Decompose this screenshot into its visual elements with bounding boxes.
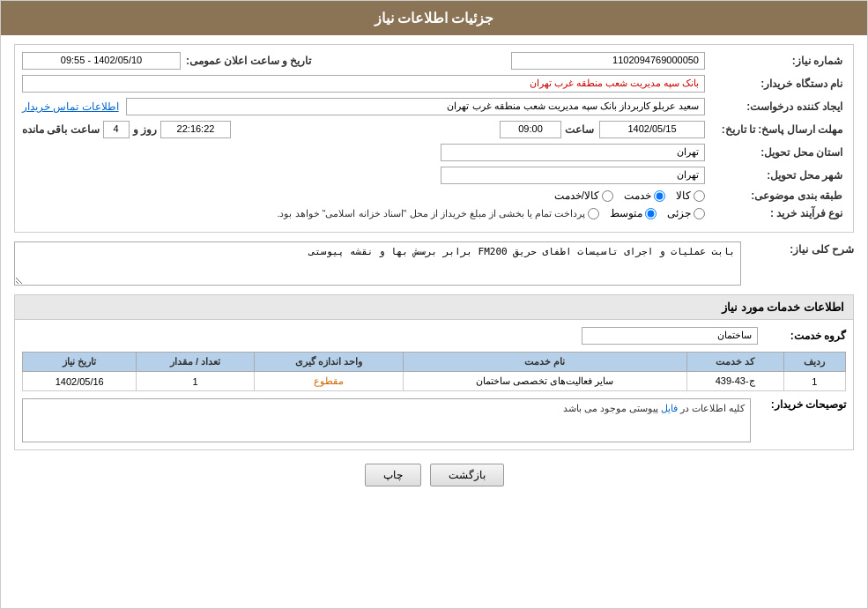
row-shomareNiaz: شماره نیاز: 1102094769000050 تاریخ و ساع… <box>22 52 846 70</box>
group-label: گروه خدمت: <box>758 330 846 342</box>
services-title: اطلاعات خدمات مورد نیاز <box>15 295 853 320</box>
radio-kala-label: کالا <box>676 189 691 202</box>
sharh-row: شرح کلی نیاز: <box>14 241 854 286</box>
th-tarikheNiaz: تاریخ نیاز <box>23 353 137 372</box>
group-value: ساختمان <box>582 327 758 345</box>
info-section: شماره نیاز: 1102094769000050 تاریخ و ساع… <box>14 44 854 233</box>
tarighe-label: طبقه بندی موضوعی: <box>705 189 846 202</box>
print-button[interactable]: چاپ <box>365 464 421 486</box>
namDastgah-label: نام دستگاه خریدار: <box>705 78 846 90</box>
btn-row: بازگشت چاپ <box>14 464 854 486</box>
radio-asnad-input[interactable] <box>588 208 599 219</box>
row-namDastgah: نام دستگاه خریدار: بانک سپه مدیریت شعب م… <box>22 75 846 93</box>
ostan-value: تهران <box>441 144 705 161</box>
services-table: ردیف کد خدمت نام خدمت واحد اندازه گیری ت… <box>22 352 846 391</box>
shahr-value: تهران <box>441 167 705 184</box>
shahr-label: شهر محل تحویل: <box>705 169 846 182</box>
td-tarikheNiaz: 1402/05/16 <box>23 372 137 391</box>
radio-jozii-input[interactable] <box>694 208 705 219</box>
th-vahedAndaze: واحد اندازه گیری <box>254 353 403 372</box>
row-noeFarAyand: نوع فرآیند خرید : جزئی متوسط پرداخت تمام… <box>22 207 846 219</box>
etelaatTamas-link[interactable]: اطلاعات تماس خریدار <box>22 100 119 113</box>
sharh-textarea[interactable] <box>14 241 741 286</box>
row-ostan: استان محل تحویل: تهران <box>22 144 846 161</box>
row-ijadKonande: ایجاد کننده درخواست: سعید عربلو کاربرداز… <box>22 98 846 115</box>
notes-row: توصیحات خریدار: کلیه اطلاعات در فایل پیو… <box>22 398 846 442</box>
saat-mande-label: ساعت باقی مانده <box>22 123 100 136</box>
sharh-label: شرح کلی نیاز: <box>748 241 854 256</box>
row-tarighe: طبقه بندی موضوعی: کالا خدمت کالا/خدمت <box>22 189 846 202</box>
noe-radio-group: جزئی متوسط پرداخت تمام یا بخشی از مبلغ خ… <box>22 207 705 219</box>
row-shahr: شهر محل تحویل: تهران <box>22 167 846 184</box>
mohlat-date: 1402/05/15 <box>599 121 705 138</box>
td-namKhedmat: سایر فعالیت‌های تخصصی ساختمان <box>404 372 686 391</box>
td-kodKhedmat: ج-43-439 <box>686 372 783 391</box>
notes-file-link[interactable]: فایل <box>661 403 678 413</box>
services-section: اطلاعات خدمات مورد نیاز گروه خدمت: ساختم… <box>14 294 854 450</box>
radio-jozii: جزئی <box>667 207 705 219</box>
ruz-label: روز و <box>133 123 157 136</box>
notes-label: توصیحات خریدار: <box>758 398 846 411</box>
ruz-value: 4 <box>103 121 130 138</box>
th-kodKhedmat: کد خدمت <box>686 353 783 372</box>
th-namKhedmat: نام خدمت <box>404 353 686 372</box>
namDastgah-value: بانک سپه مدیریت شعب منطقه غرب تهران <box>22 75 705 93</box>
radio-asnad-label: پرداخت تمام یا بخشی از مبلغ خریداز از مح… <box>277 208 585 219</box>
radio-asnad: پرداخت تمام یا بخشی از مبلغ خریداز از مح… <box>277 208 599 219</box>
table-row: 1 ج-43-439 سایر فعالیت‌های تخصصی ساختمان… <box>23 372 846 391</box>
td-vahedAndaze: مقطوع <box>254 372 403 391</box>
tarikheElan-label: تاریخ و ساعت اعلان عمومی: <box>186 55 311 67</box>
page-title: جزئیات اطلاعات نیاز <box>375 11 494 26</box>
services-content: گروه خدمت: ساختمان ردیف کد خدمت نام خدمت… <box>15 320 853 449</box>
radio-khedmat-input[interactable] <box>654 190 665 202</box>
th-radif: ردیف <box>783 353 845 372</box>
notes-text: کلیه اطلاعات در فایل پیوستی موجود می باش… <box>563 403 745 413</box>
radio-kala-khedmat-input[interactable] <box>602 190 613 202</box>
ostan-label: استان محل تحویل: <box>705 146 846 159</box>
radio-jozii-label: جزئی <box>667 207 691 219</box>
group-row: گروه خدمت: ساختمان <box>22 327 846 345</box>
content-area: شماره نیاز: 1102094769000050 تاریخ و ساع… <box>1 35 867 509</box>
back-button[interactable]: بازگشت <box>430 464 504 486</box>
noeFarAyand-label: نوع فرآیند خرید : <box>705 207 846 219</box>
radio-khedmat-label: خدمت <box>624 189 651 202</box>
radio-kala: کالا <box>676 189 705 202</box>
radio-khedmat: خدمت <box>624 189 665 202</box>
ijadKonande-label: ایجاد کننده درخواست: <box>705 100 846 113</box>
tarikheElan-value: 1402/05/10 - 09:55 <box>22 52 181 70</box>
shomareNiaz-value: 1102094769000050 <box>511 52 705 70</box>
shomareNiaz-label: شماره نیاز: <box>705 55 846 67</box>
notes-box: کلیه اطلاعات در فایل پیوستی موجود می باش… <box>22 398 751 442</box>
page-container: جزئیات اطلاعات نیاز شماره نیاز: 11020947… <box>0 0 868 609</box>
td-radif: 1 <box>783 372 845 391</box>
radio-motevaset-input[interactable] <box>645 208 657 219</box>
radio-motevaset-label: متوسط <box>610 207 642 219</box>
tarighe-radio-group: کالا خدمت کالا/خدمت <box>22 189 705 202</box>
th-tedad: تعداد / مقدار <box>137 353 254 372</box>
page-header: جزئیات اطلاعات نیاز <box>1 1 867 35</box>
row-mohlat: مهلت ارسال پاسخ: تا تاریخ: 1402/05/15 سا… <box>22 121 846 138</box>
saat-label: ساعت <box>565 123 594 136</box>
sharh-section: شرح کلی نیاز: <box>14 241 854 286</box>
radio-kala-khedmat-label: کالا/خدمت <box>554 189 599 202</box>
radio-kala-khedmat: کالا/خدمت <box>554 189 613 202</box>
mohlat-label: مهلت ارسال پاسخ: تا تاریخ: <box>705 123 846 136</box>
ijadKonande-value: سعید عربلو کاربرداز بانک سپه مدیریت شعب … <box>126 98 705 115</box>
td-tedad: 1 <box>137 372 254 391</box>
radio-kala-input[interactable] <box>694 190 705 202</box>
radio-motevaset: متوسط <box>610 207 657 219</box>
saat-mande: 22:16:22 <box>160 121 231 138</box>
mohlat-saat: 09:00 <box>500 121 561 138</box>
